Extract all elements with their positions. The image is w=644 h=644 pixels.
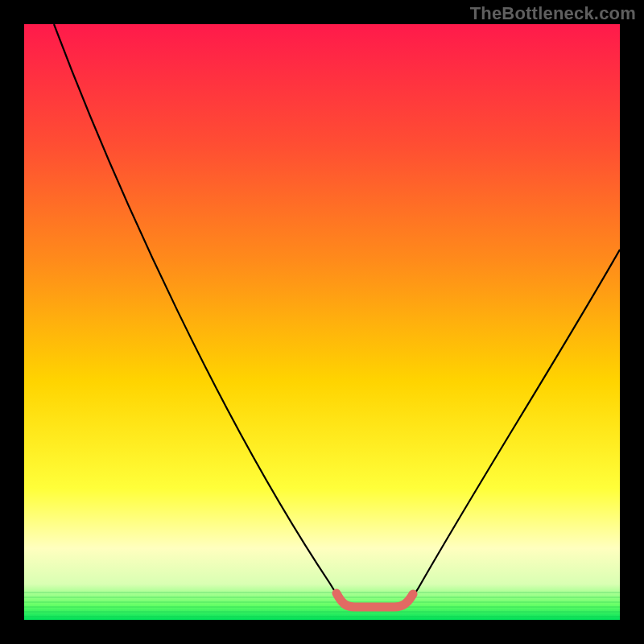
plot-area (24, 24, 620, 620)
heatmap-background (24, 24, 620, 620)
chart-svg (24, 24, 620, 620)
watermark-text: TheBottleneck.com (470, 3, 636, 24)
chart-frame: TheBottleneck.com (0, 0, 644, 644)
